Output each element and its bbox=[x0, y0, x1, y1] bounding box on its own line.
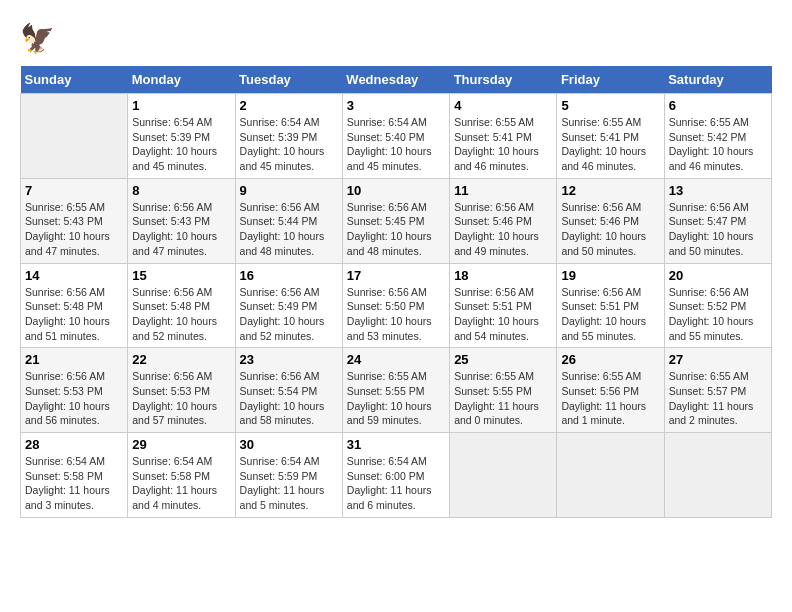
cell-info: Sunrise: 6:55 AMSunset: 5:41 PMDaylight:… bbox=[561, 115, 659, 174]
calendar-cell: 2Sunrise: 6:54 AMSunset: 5:39 PMDaylight… bbox=[235, 94, 342, 179]
date-number: 6 bbox=[669, 98, 767, 113]
calendar-cell bbox=[21, 94, 128, 179]
date-number: 13 bbox=[669, 183, 767, 198]
calendar-cell: 6Sunrise: 6:55 AMSunset: 5:42 PMDaylight… bbox=[664, 94, 771, 179]
calendar-cell: 24Sunrise: 6:55 AMSunset: 5:55 PMDayligh… bbox=[342, 348, 449, 433]
date-number: 25 bbox=[454, 352, 552, 367]
cell-info: Sunrise: 6:56 AMSunset: 5:47 PMDaylight:… bbox=[669, 200, 767, 259]
day-header-thursday: Thursday bbox=[450, 66, 557, 94]
date-number: 2 bbox=[240, 98, 338, 113]
logo: 🦅 bbox=[20, 20, 60, 56]
calendar-week-4: 21Sunrise: 6:56 AMSunset: 5:53 PMDayligh… bbox=[21, 348, 772, 433]
date-number: 16 bbox=[240, 268, 338, 283]
cell-info: Sunrise: 6:56 AMSunset: 5:50 PMDaylight:… bbox=[347, 285, 445, 344]
date-number: 9 bbox=[240, 183, 338, 198]
cell-info: Sunrise: 6:55 AMSunset: 5:42 PMDaylight:… bbox=[669, 115, 767, 174]
cell-info: Sunrise: 6:54 AMSunset: 5:58 PMDaylight:… bbox=[132, 454, 230, 513]
cell-info: Sunrise: 6:56 AMSunset: 5:51 PMDaylight:… bbox=[454, 285, 552, 344]
calendar-cell: 16Sunrise: 6:56 AMSunset: 5:49 PMDayligh… bbox=[235, 263, 342, 348]
date-number: 23 bbox=[240, 352, 338, 367]
calendar-week-3: 14Sunrise: 6:56 AMSunset: 5:48 PMDayligh… bbox=[21, 263, 772, 348]
calendar-header-row: SundayMondayTuesdayWednesdayThursdayFrid… bbox=[21, 66, 772, 94]
cell-info: Sunrise: 6:56 AMSunset: 5:49 PMDaylight:… bbox=[240, 285, 338, 344]
cell-info: Sunrise: 6:54 AMSunset: 5:58 PMDaylight:… bbox=[25, 454, 123, 513]
date-number: 11 bbox=[454, 183, 552, 198]
cell-info: Sunrise: 6:54 AMSunset: 5:59 PMDaylight:… bbox=[240, 454, 338, 513]
calendar-cell: 20Sunrise: 6:56 AMSunset: 5:52 PMDayligh… bbox=[664, 263, 771, 348]
calendar-cell: 1Sunrise: 6:54 AMSunset: 5:39 PMDaylight… bbox=[128, 94, 235, 179]
calendar-cell: 29Sunrise: 6:54 AMSunset: 5:58 PMDayligh… bbox=[128, 433, 235, 518]
cell-info: Sunrise: 6:56 AMSunset: 5:53 PMDaylight:… bbox=[25, 369, 123, 428]
calendar-cell: 8Sunrise: 6:56 AMSunset: 5:43 PMDaylight… bbox=[128, 178, 235, 263]
calendar-cell: 18Sunrise: 6:56 AMSunset: 5:51 PMDayligh… bbox=[450, 263, 557, 348]
calendar-cell: 26Sunrise: 6:55 AMSunset: 5:56 PMDayligh… bbox=[557, 348, 664, 433]
calendar-cell bbox=[664, 433, 771, 518]
date-number: 10 bbox=[347, 183, 445, 198]
day-header-sunday: Sunday bbox=[21, 66, 128, 94]
cell-info: Sunrise: 6:55 AMSunset: 5:55 PMDaylight:… bbox=[347, 369, 445, 428]
cell-info: Sunrise: 6:56 AMSunset: 5:46 PMDaylight:… bbox=[561, 200, 659, 259]
day-header-tuesday: Tuesday bbox=[235, 66, 342, 94]
calendar-cell: 11Sunrise: 6:56 AMSunset: 5:46 PMDayligh… bbox=[450, 178, 557, 263]
cell-info: Sunrise: 6:54 AMSunset: 5:39 PMDaylight:… bbox=[132, 115, 230, 174]
date-number: 21 bbox=[25, 352, 123, 367]
date-number: 8 bbox=[132, 183, 230, 198]
calendar-cell: 17Sunrise: 6:56 AMSunset: 5:50 PMDayligh… bbox=[342, 263, 449, 348]
date-number: 24 bbox=[347, 352, 445, 367]
calendar-week-1: 1Sunrise: 6:54 AMSunset: 5:39 PMDaylight… bbox=[21, 94, 772, 179]
date-number: 3 bbox=[347, 98, 445, 113]
calendar-week-5: 28Sunrise: 6:54 AMSunset: 5:58 PMDayligh… bbox=[21, 433, 772, 518]
calendar-cell: 30Sunrise: 6:54 AMSunset: 5:59 PMDayligh… bbox=[235, 433, 342, 518]
cell-info: Sunrise: 6:56 AMSunset: 5:45 PMDaylight:… bbox=[347, 200, 445, 259]
date-number: 30 bbox=[240, 437, 338, 452]
cell-info: Sunrise: 6:54 AMSunset: 5:40 PMDaylight:… bbox=[347, 115, 445, 174]
page-header: 🦅 bbox=[20, 20, 772, 56]
date-number: 12 bbox=[561, 183, 659, 198]
date-number: 27 bbox=[669, 352, 767, 367]
date-number: 4 bbox=[454, 98, 552, 113]
calendar-cell: 7Sunrise: 6:55 AMSunset: 5:43 PMDaylight… bbox=[21, 178, 128, 263]
calendar-cell: 27Sunrise: 6:55 AMSunset: 5:57 PMDayligh… bbox=[664, 348, 771, 433]
cell-info: Sunrise: 6:55 AMSunset: 5:41 PMDaylight:… bbox=[454, 115, 552, 174]
date-number: 7 bbox=[25, 183, 123, 198]
day-header-wednesday: Wednesday bbox=[342, 66, 449, 94]
calendar-cell: 23Sunrise: 6:56 AMSunset: 5:54 PMDayligh… bbox=[235, 348, 342, 433]
calendar-cell bbox=[557, 433, 664, 518]
svg-text:🦅: 🦅 bbox=[20, 22, 55, 55]
date-number: 15 bbox=[132, 268, 230, 283]
date-number: 14 bbox=[25, 268, 123, 283]
date-number: 31 bbox=[347, 437, 445, 452]
calendar-cell: 14Sunrise: 6:56 AMSunset: 5:48 PMDayligh… bbox=[21, 263, 128, 348]
day-header-saturday: Saturday bbox=[664, 66, 771, 94]
cell-info: Sunrise: 6:55 AMSunset: 5:56 PMDaylight:… bbox=[561, 369, 659, 428]
cell-info: Sunrise: 6:56 AMSunset: 5:46 PMDaylight:… bbox=[454, 200, 552, 259]
calendar-table: SundayMondayTuesdayWednesdayThursdayFrid… bbox=[20, 66, 772, 518]
cell-info: Sunrise: 6:56 AMSunset: 5:52 PMDaylight:… bbox=[669, 285, 767, 344]
calendar-cell: 12Sunrise: 6:56 AMSunset: 5:46 PMDayligh… bbox=[557, 178, 664, 263]
calendar-cell: 25Sunrise: 6:55 AMSunset: 5:55 PMDayligh… bbox=[450, 348, 557, 433]
calendar-cell: 13Sunrise: 6:56 AMSunset: 5:47 PMDayligh… bbox=[664, 178, 771, 263]
calendar-cell: 21Sunrise: 6:56 AMSunset: 5:53 PMDayligh… bbox=[21, 348, 128, 433]
cell-info: Sunrise: 6:56 AMSunset: 5:44 PMDaylight:… bbox=[240, 200, 338, 259]
cell-info: Sunrise: 6:56 AMSunset: 5:51 PMDaylight:… bbox=[561, 285, 659, 344]
date-number: 19 bbox=[561, 268, 659, 283]
date-number: 1 bbox=[132, 98, 230, 113]
cell-info: Sunrise: 6:56 AMSunset: 5:54 PMDaylight:… bbox=[240, 369, 338, 428]
calendar-cell: 15Sunrise: 6:56 AMSunset: 5:48 PMDayligh… bbox=[128, 263, 235, 348]
calendar-cell: 4Sunrise: 6:55 AMSunset: 5:41 PMDaylight… bbox=[450, 94, 557, 179]
date-number: 26 bbox=[561, 352, 659, 367]
calendar-cell: 28Sunrise: 6:54 AMSunset: 5:58 PMDayligh… bbox=[21, 433, 128, 518]
cell-info: Sunrise: 6:56 AMSunset: 5:48 PMDaylight:… bbox=[132, 285, 230, 344]
calendar-week-2: 7Sunrise: 6:55 AMSunset: 5:43 PMDaylight… bbox=[21, 178, 772, 263]
calendar-cell: 9Sunrise: 6:56 AMSunset: 5:44 PMDaylight… bbox=[235, 178, 342, 263]
cell-info: Sunrise: 6:55 AMSunset: 5:57 PMDaylight:… bbox=[669, 369, 767, 428]
calendar-cell: 3Sunrise: 6:54 AMSunset: 5:40 PMDaylight… bbox=[342, 94, 449, 179]
calendar-cell: 10Sunrise: 6:56 AMSunset: 5:45 PMDayligh… bbox=[342, 178, 449, 263]
date-number: 22 bbox=[132, 352, 230, 367]
calendar-cell: 19Sunrise: 6:56 AMSunset: 5:51 PMDayligh… bbox=[557, 263, 664, 348]
day-header-monday: Monday bbox=[128, 66, 235, 94]
cell-info: Sunrise: 6:56 AMSunset: 5:48 PMDaylight:… bbox=[25, 285, 123, 344]
cell-info: Sunrise: 6:55 AMSunset: 5:55 PMDaylight:… bbox=[454, 369, 552, 428]
cell-info: Sunrise: 6:54 AMSunset: 5:39 PMDaylight:… bbox=[240, 115, 338, 174]
cell-info: Sunrise: 6:56 AMSunset: 5:43 PMDaylight:… bbox=[132, 200, 230, 259]
